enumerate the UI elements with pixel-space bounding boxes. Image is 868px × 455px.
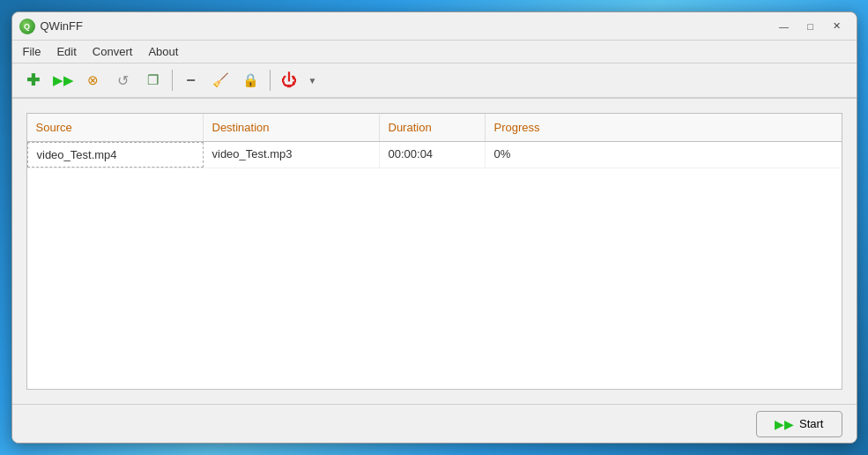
title-bar: Q QWinFF — □ ✕ <box>12 12 857 41</box>
undo-icon: ↺ <box>117 72 129 89</box>
toolbar: ✚ ▶▶ ⊗ ↺ ❐ − 🧹 🔒 ⏻ ▼ <box>12 63 857 99</box>
power-icon: ⏻ <box>281 71 297 90</box>
close-button[interactable]: ✕ <box>825 17 849 36</box>
menu-bar: File Edit Convert About <box>12 41 857 63</box>
start-icon: ▶▶ <box>775 417 794 431</box>
cell-destination: video_Test.mp3 <box>204 142 380 168</box>
menu-file[interactable]: File <box>16 42 48 61</box>
toolbar-separator-2 <box>270 70 271 91</box>
column-destination: Destination <box>204 114 380 141</box>
content-area: Source Destination Duration Progress vid… <box>12 99 857 404</box>
column-duration: Duration <box>380 114 486 141</box>
lock-icon: 🔒 <box>242 72 259 88</box>
menu-edit[interactable]: Edit <box>49 42 83 61</box>
remove-button[interactable]: − <box>177 66 205 94</box>
cell-duration: 00:00:04 <box>380 142 486 168</box>
table-body: video_Test.mp4 video_Test.mp3 00:00:04 0… <box>27 142 842 390</box>
window-title: QWinFF <box>41 19 83 33</box>
start-button[interactable]: ▶▶ Start <box>756 411 842 437</box>
undo-button[interactable]: ↺ <box>109 66 137 94</box>
add-button[interactable]: ✚ <box>19 66 48 94</box>
stop-button[interactable]: ⊗ <box>79 66 108 94</box>
add-icon: ✚ <box>26 71 40 90</box>
maximize-button[interactable]: □ <box>798 17 823 36</box>
cell-source: video_Test.mp4 <box>27 142 204 168</box>
title-left: Q QWinFF <box>19 19 83 34</box>
power-button[interactable]: ⏻ <box>275 66 303 94</box>
play-button[interactable]: ▶▶ <box>49 66 78 94</box>
play-icon: ▶▶ <box>53 72 74 88</box>
main-window: Q QWinFF — □ ✕ File Edit Convert About ✚… <box>11 11 857 444</box>
cell-progress: 0% <box>486 142 842 168</box>
bottom-bar: ▶▶ Start <box>12 404 857 443</box>
window-controls: — □ ✕ <box>772 17 849 36</box>
start-button-label: Start <box>799 417 823 430</box>
minimize-button[interactable]: — <box>772 17 797 36</box>
column-source: Source <box>27 114 204 141</box>
clear-button[interactable]: 🧹 <box>207 66 235 94</box>
table-header: Source Destination Duration Progress <box>27 114 842 142</box>
dropdown-icon: ▼ <box>308 76 317 86</box>
copy-button[interactable]: ❐ <box>139 66 167 94</box>
copy-icon: ❐ <box>147 72 159 88</box>
broom-icon: 🧹 <box>212 72 229 88</box>
column-progress: Progress <box>486 114 842 141</box>
menu-convert[interactable]: Convert <box>85 42 140 61</box>
toolbar-separator-1 <box>172 70 173 91</box>
menu-about[interactable]: About <box>141 42 185 61</box>
minus-icon: − <box>186 71 196 90</box>
table-row[interactable]: video_Test.mp4 video_Test.mp3 00:00:04 0… <box>27 142 842 168</box>
stop-icon: ⊗ <box>87 72 99 88</box>
lock-button[interactable]: 🔒 <box>237 66 265 94</box>
app-icon: Q <box>19 19 35 34</box>
file-table: Source Destination Duration Progress vid… <box>26 113 842 390</box>
dropdown-button[interactable]: ▼ <box>305 66 321 94</box>
